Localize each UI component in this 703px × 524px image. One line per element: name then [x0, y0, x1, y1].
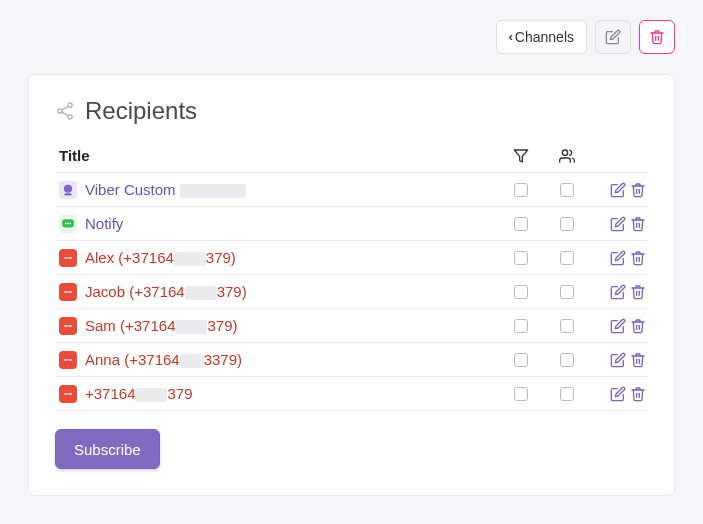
- svg-line-3: [62, 106, 68, 110]
- row-delete-button[interactable]: [630, 318, 646, 334]
- svg-point-12: [69, 222, 71, 224]
- redacted-text: [180, 354, 204, 368]
- group-checkbox[interactable]: [560, 285, 574, 299]
- group-checkbox[interactable]: [560, 387, 574, 401]
- group-checkbox[interactable]: [560, 217, 574, 231]
- group-checkbox[interactable]: [560, 319, 574, 333]
- sms-icon: sms: [59, 385, 77, 403]
- group-checkbox[interactable]: [560, 353, 574, 367]
- filter-checkbox[interactable]: [514, 183, 528, 197]
- row-delete-button[interactable]: [630, 216, 646, 232]
- svg-point-1: [58, 109, 62, 113]
- filter-icon: [513, 148, 529, 164]
- row-group-cell: [544, 285, 590, 299]
- column-group: [544, 148, 590, 164]
- group-checkbox[interactable]: [560, 251, 574, 265]
- row-title[interactable]: Alex (+37164379): [85, 249, 236, 266]
- recipients-table: Title Viber Custom NotifysmsAlex (+37164…: [55, 139, 648, 411]
- row-delete-button[interactable]: [630, 352, 646, 368]
- row-title[interactable]: +37164379: [85, 385, 193, 402]
- row-title[interactable]: Jacob (+37164379): [85, 283, 247, 300]
- svg-marker-14: [65, 260, 68, 263]
- row-title-cell: sms+37164379: [55, 385, 498, 403]
- row-filter-cell: [498, 319, 544, 333]
- row-actions-cell: [590, 216, 648, 232]
- row-actions-cell: [590, 284, 648, 300]
- row-delete-button[interactable]: [630, 386, 646, 402]
- filter-checkbox[interactable]: [514, 251, 528, 265]
- delete-button[interactable]: [639, 20, 675, 54]
- redacted-text: [175, 320, 207, 334]
- row-title-part: Viber Custom: [85, 181, 180, 198]
- row-group-cell: [544, 387, 590, 401]
- row-actions-cell: [590, 318, 648, 334]
- row-filter-cell: [498, 353, 544, 367]
- row-edit-button[interactable]: [610, 250, 626, 266]
- svg-text:sms: sms: [64, 322, 73, 327]
- row-edit-button[interactable]: [610, 352, 626, 368]
- row-title-suffix: 379): [207, 317, 237, 334]
- filter-checkbox[interactable]: [514, 285, 528, 299]
- row-title[interactable]: Anna (+371643379): [85, 351, 242, 368]
- filter-checkbox[interactable]: [514, 353, 528, 367]
- row-actions-cell: [590, 352, 648, 368]
- row-edit-button[interactable]: [610, 182, 626, 198]
- subscribe-button[interactable]: Subscribe: [55, 429, 160, 469]
- row-title[interactable]: Notify: [85, 215, 123, 232]
- row-group-cell: [544, 217, 590, 231]
- table-row: Notify: [55, 207, 648, 241]
- svg-marker-26: [65, 396, 68, 399]
- row-group-cell: [544, 319, 590, 333]
- row-delete-button[interactable]: [630, 182, 646, 198]
- sms-icon: sms: [59, 317, 77, 335]
- trash-icon: [649, 29, 665, 45]
- channels-button-label: Channels: [515, 29, 574, 45]
- row-group-cell: [544, 251, 590, 265]
- row-title-suffix: 379): [217, 283, 247, 300]
- top-toolbar: ‹‹ Channels: [0, 0, 703, 54]
- redacted-text: [174, 252, 206, 266]
- row-filter-cell: [498, 251, 544, 265]
- recipients-card: Recipients Title Viber Custom NotifysmsA…: [28, 74, 675, 496]
- row-actions-cell: [590, 250, 648, 266]
- row-title-cell: smsSam (+37164379): [55, 317, 498, 335]
- row-filter-cell: [498, 387, 544, 401]
- row-title[interactable]: Viber Custom: [85, 181, 246, 198]
- row-title[interactable]: Sam (+37164379): [85, 317, 238, 334]
- table-header: Title: [55, 139, 648, 173]
- svg-point-2: [68, 115, 72, 119]
- svg-marker-17: [65, 294, 68, 297]
- row-edit-button[interactable]: [610, 386, 626, 402]
- edit-button[interactable]: [595, 20, 631, 54]
- share-icon: [55, 101, 75, 121]
- svg-point-7: [64, 184, 72, 192]
- row-delete-button[interactable]: [630, 284, 646, 300]
- row-title-cell: smsJacob (+37164379): [55, 283, 498, 301]
- sms-icon: sms: [59, 283, 77, 301]
- filter-checkbox[interactable]: [514, 217, 528, 231]
- filter-checkbox[interactable]: [514, 387, 528, 401]
- channels-button[interactable]: ‹‹ Channels: [496, 20, 587, 54]
- row-edit-button[interactable]: [610, 318, 626, 334]
- filter-checkbox[interactable]: [514, 319, 528, 333]
- viber-icon: [59, 181, 77, 199]
- row-title-suffix: 379: [167, 385, 192, 402]
- group-checkbox[interactable]: [560, 183, 574, 197]
- row-group-cell: [544, 353, 590, 367]
- table-row: smsAnna (+371643379): [55, 343, 648, 377]
- row-title-suffix: 379): [206, 249, 236, 266]
- row-title-part: Jacob (+37164: [85, 283, 185, 300]
- edit-icon: [605, 29, 621, 45]
- row-group-cell: [544, 183, 590, 197]
- row-edit-button[interactable]: [610, 216, 626, 232]
- svg-text:sms: sms: [64, 288, 73, 293]
- row-title-suffix: 3379): [204, 351, 242, 368]
- row-title-part: Notify: [85, 215, 123, 232]
- row-title-part: Alex (+37164: [85, 249, 174, 266]
- row-title-cell: smsAlex (+37164379): [55, 249, 498, 267]
- row-filter-cell: [498, 285, 544, 299]
- row-edit-button[interactable]: [610, 284, 626, 300]
- row-actions-cell: [590, 386, 648, 402]
- row-delete-button[interactable]: [630, 250, 646, 266]
- subscribe-button-label: Subscribe: [74, 441, 141, 458]
